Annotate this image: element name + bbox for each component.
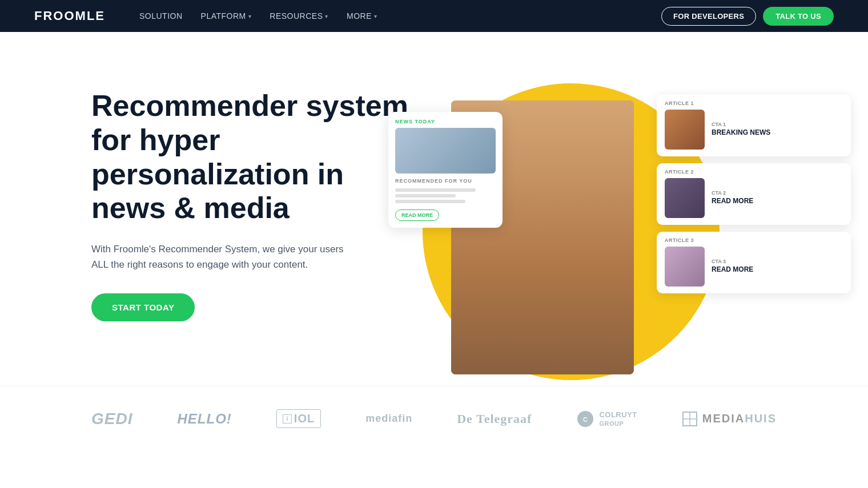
article-2-content: CTA 2 READ MORE bbox=[712, 190, 843, 206]
hero-description: With Froomle's Recommender System, we gi… bbox=[91, 241, 354, 272]
iol-icon: i bbox=[283, 414, 292, 424]
article-card-3: ARTICLE 3 CTA 3 READ MORE 76% Match bbox=[657, 232, 851, 293]
news-line-1 bbox=[395, 188, 476, 192]
nav-solution[interactable]: SOLUTION bbox=[139, 11, 183, 21]
colruyt-icon: C bbox=[576, 410, 594, 428]
news-lines bbox=[395, 188, 496, 203]
cta-2-label: CTA 2 bbox=[712, 190, 843, 196]
cta-2-text: READ MORE bbox=[712, 197, 843, 205]
news-card-image bbox=[395, 128, 496, 174]
article-1-content: CTA 1 BREAKING NEWS bbox=[712, 122, 843, 138]
nav-links: SOLUTION PLATFORM ▾ RESOURCES ▾ MORE ▾ bbox=[139, 11, 638, 21]
chevron-down-icon: ▾ bbox=[248, 13, 252, 19]
logos-section: GEDI HELLO! i IOL mediafin De Telegraaf … bbox=[0, 386, 868, 451]
hero-visual: NEWS TODAY RECOMMENDED FOR YOU READ MORE… bbox=[354, 66, 868, 386]
nav-resources[interactable]: RESOURCES ▾ bbox=[270, 11, 328, 21]
logo-gedi: GEDI bbox=[91, 410, 132, 428]
article-card-1: ARTICLE 1 CTA 1 BREAKING NEWS 98% Match bbox=[657, 95, 851, 156]
hero-text: Recommender system for hyper personaliza… bbox=[91, 72, 411, 321]
nav-platform[interactable]: PLATFORM ▾ bbox=[201, 11, 252, 21]
article-3-image bbox=[665, 247, 705, 287]
article-3-label: ARTICLE 3 bbox=[665, 237, 694, 243]
nav-more[interactable]: MORE ▾ bbox=[347, 11, 377, 21]
logo-mediahuis: MEDIAHUIS bbox=[682, 411, 777, 427]
for-developers-button[interactable]: FOR DEVELOPERS bbox=[661, 7, 756, 26]
cta-1-text: BREAKING NEWS bbox=[712, 128, 843, 136]
cta-3-text: READ MORE bbox=[712, 265, 843, 273]
logo-mediafin: mediafin bbox=[365, 413, 412, 425]
logo-telegraaf: De Telegraaf bbox=[457, 412, 532, 426]
news-line-2 bbox=[395, 194, 456, 197]
article-2-label: ARTICLE 2 bbox=[665, 169, 694, 175]
recommended-label: RECOMMENDED FOR YOU bbox=[395, 178, 496, 184]
article-2-image bbox=[665, 178, 705, 218]
svg-text:C: C bbox=[583, 416, 588, 423]
news-today-label: NEWS TODAY bbox=[395, 119, 496, 124]
logo-colruyt: C COLRUYTGROUP bbox=[576, 410, 637, 428]
chevron-down-icon: ▾ bbox=[325, 13, 328, 19]
article-1-image bbox=[665, 110, 705, 150]
news-today-card: NEWS TODAY RECOMMENDED FOR YOU READ MORE bbox=[388, 112, 503, 228]
hero-section: Recommender system for hyper personaliza… bbox=[0, 32, 868, 386]
logo: FROOMLE bbox=[34, 9, 105, 23]
cta-3-label: CTA 3 bbox=[712, 259, 843, 264]
article-card-2: ARTICLE 2 CTA 2 READ MORE 89% Match bbox=[657, 163, 851, 225]
chevron-down-icon: ▾ bbox=[374, 13, 377, 19]
article-3-content: CTA 3 READ MORE bbox=[712, 259, 843, 275]
article-1-label: ARTICLE 1 bbox=[665, 100, 694, 106]
talk-to-us-button[interactable]: TALK TO US bbox=[763, 7, 834, 26]
news-line-3 bbox=[395, 200, 465, 203]
start-today-button[interactable]: START TODAY bbox=[91, 293, 195, 321]
article-cards-container: ARTICLE 1 CTA 1 BREAKING NEWS 98% Match … bbox=[657, 95, 851, 293]
logo-iol: i IOL bbox=[276, 409, 321, 428]
nav-actions: FOR DEVELOPERS TALK TO US bbox=[661, 7, 834, 26]
cta-1-label: CTA 1 bbox=[712, 122, 843, 127]
read-more-button[interactable]: READ MORE bbox=[395, 209, 439, 221]
navigation: FROOMLE SOLUTION PLATFORM ▾ RESOURCES ▾ … bbox=[0, 0, 868, 32]
logo-hello: HELLO! bbox=[177, 411, 231, 427]
mediahuis-icon bbox=[682, 411, 698, 427]
hero-title: Recommender system for hyper personaliza… bbox=[91, 89, 411, 225]
